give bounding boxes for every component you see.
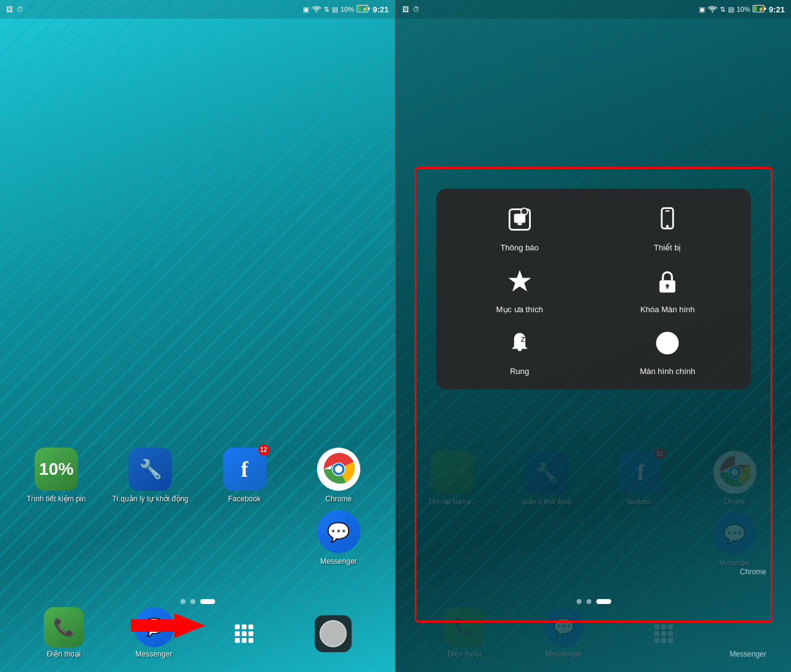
svg-rect-24 (517, 223, 522, 226)
battery-saver-label: Trình tiết kiệm pin (27, 495, 86, 504)
lock-menu-icon (649, 263, 686, 300)
svg-point-11 (712, 11, 713, 12)
dock-app-drawer[interactable] (224, 613, 264, 653)
svg-rect-14 (764, 7, 766, 10)
svg-rect-3 (368, 7, 370, 10)
grid-dot-6 (248, 631, 253, 636)
right-dot-2 (586, 599, 591, 604)
dock-phone[interactable]: 📞 Điện thoại (44, 607, 84, 660)
dock-assistive-touch[interactable] (315, 615, 352, 652)
svg-point-26 (666, 225, 669, 228)
right-sim-icon: ▤ (728, 6, 734, 14)
svg-point-22 (522, 209, 527, 215)
facebook-f-letter: f (241, 456, 248, 482)
status-bar-left-icons: 🖼 ⏱ (6, 6, 23, 13)
svg-text:⚡: ⚡ (362, 6, 369, 12)
menu-rung[interactable]: Z Rung (449, 325, 591, 377)
svg-marker-10 (131, 613, 205, 638)
menu-khoa-man-hinh[interactable]: Khóa Màn hình (597, 263, 739, 315)
svg-rect-27 (666, 210, 670, 211)
auto-manager-icon: 🔧 (129, 448, 172, 491)
battery-icon: ⚡ (357, 5, 370, 14)
grid-dot-1 (235, 624, 240, 629)
rung-label: Rung (510, 367, 529, 377)
dot-3-active (200, 599, 215, 604)
battery-saver-icon: 10% (35, 448, 78, 491)
star-menu-icon (501, 263, 538, 300)
menu-man-hinh-chinh[interactable]: Màn hình chính (597, 325, 739, 377)
home-menu-icon (649, 325, 686, 362)
facebook-label: Facebook (228, 495, 261, 504)
svg-point-33 (656, 331, 679, 354)
notification-menu-icon (501, 201, 538, 238)
thong-bao-label: Thông báo (501, 243, 539, 253)
chrome-label: Chrome (326, 495, 352, 504)
chrome-icon (317, 448, 360, 491)
menu-thiet-bi[interactable]: Thiết bị (597, 201, 739, 253)
dot-2 (190, 599, 195, 604)
tablet-icon: ▣ (303, 6, 309, 14)
sim-icon: ▤ (332, 6, 338, 14)
app-drawer-icon (224, 613, 264, 653)
arrow-container (131, 610, 205, 641)
right-screenshot-icon: 🖼 (402, 6, 409, 13)
right-battery-icon: ⚡ (753, 5, 766, 14)
svg-text:⚡: ⚡ (758, 6, 765, 12)
dot-1 (180, 599, 185, 604)
grid-dot-8 (242, 638, 247, 643)
wrench-icon: 🔧 (139, 458, 162, 480)
empty-slot-3 (201, 510, 289, 567)
assistive-touch-button[interactable] (315, 615, 352, 652)
context-menu[interactable]: Thông báo Thiết bị Mục ưa thích (436, 189, 751, 389)
right-tablet-icon: ▣ (699, 6, 705, 14)
data-transfer-icon: ⇅ (324, 6, 329, 14)
right-dot-1 (577, 599, 582, 604)
bg-messenger-bottom-label: Messenger (730, 650, 766, 658)
left-app-grid: 10% Trình tiết kiệm pin 🔧 Tr.quản lý tự … (0, 441, 395, 573)
screen-divider (395, 0, 396, 672)
svg-rect-23 (514, 214, 525, 223)
right-battery-percent: 10% (737, 6, 750, 13)
grid-dot-4 (235, 631, 240, 636)
page-indicator (0, 599, 395, 604)
svg-rect-31 (667, 286, 669, 289)
svg-point-0 (316, 11, 317, 12)
right-status-bar-right: ▣ ⇅ ▤ 10% ⚡ 9:21 (699, 5, 785, 14)
grid-dot-3 (248, 624, 253, 629)
device-menu-icon (649, 201, 686, 238)
bg-chrome-bottom-label: Chrome (740, 568, 766, 576)
red-arrow-icon (131, 610, 205, 641)
dock-phone-label: Điện thoại (47, 650, 81, 660)
screenshot-icon: 🖼 (6, 6, 13, 13)
left-phone-screen: 🖼 ⏱ ▣ ⇅ ▤ 10% (0, 0, 395, 672)
thiet-bi-label: Thiết bị (654, 243, 682, 253)
right-status-bar: 🖼 ⏱ ▣ ⇅ ▤ 10% ⚡ (396, 0, 791, 19)
app-facebook[interactable]: f 12 Facebook (201, 448, 289, 504)
right-data-icon: ⇅ (720, 6, 725, 14)
right-page-indicator (396, 599, 791, 604)
grid-dot-7 (235, 638, 240, 643)
phone-dock-icon: 📞 (44, 607, 84, 647)
messenger-grid-label: Messenger (320, 557, 357, 567)
app-chrome[interactable]: Chrome (295, 448, 383, 504)
right-dot-3 (596, 599, 611, 604)
dock-messenger-label: Messenger (135, 650, 172, 660)
facebook-badge: 12 (258, 444, 269, 456)
left-status-bar: 🖼 ⏱ ▣ ⇅ ▤ 10% (0, 0, 395, 19)
right-phone-screen: 🖼 ⏱ ▣ ⇅ ▤ 10% ⚡ (396, 0, 791, 672)
wifi-icon (311, 5, 321, 14)
menu-muc-ua-thich[interactable]: Mục ưa thích (449, 263, 591, 315)
menu-thong-bao[interactable]: Thông báo (449, 201, 591, 253)
app-auto-manager[interactable]: 🔧 Tr.quản lý tự khởi động (106, 448, 194, 504)
messenger-app-icon: 💬 (317, 510, 360, 553)
ring-menu-icon: Z (501, 325, 538, 362)
svg-rect-2 (358, 6, 361, 11)
khoa-man-hinh-label: Khóa Màn hình (640, 305, 695, 315)
app-messenger-grid[interactable]: 💬 Messenger (295, 510, 383, 567)
right-clock-icon: ⏱ (413, 6, 420, 13)
facebook-icon: f 12 (223, 448, 266, 491)
app-battery-saver[interactable]: 10% Trình tiết kiệm pin (12, 448, 100, 504)
grid-dot-2 (242, 624, 247, 629)
svg-point-9 (335, 466, 342, 473)
auto-manager-label: Tr.quản lý tự khởi động (112, 495, 188, 504)
